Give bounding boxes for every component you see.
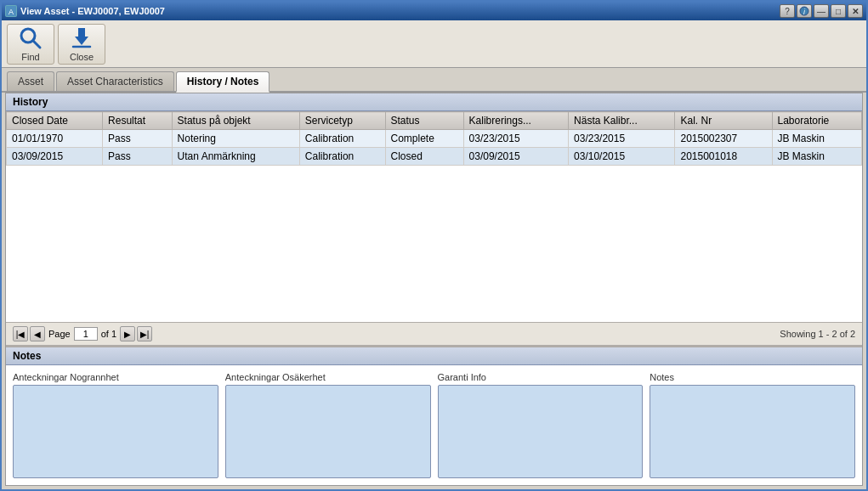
notes-label-noggr: Anteckningar Nogrannhet bbox=[13, 372, 218, 382]
svg-text:A: A bbox=[9, 8, 14, 16]
find-icon bbox=[19, 26, 43, 50]
history-area: History Closed Date Resultat Status på o… bbox=[6, 93, 862, 322]
cell-status-1: Complete bbox=[385, 130, 463, 148]
tab-asset[interactable]: Asset bbox=[7, 71, 54, 91]
close-label: Close bbox=[70, 52, 94, 62]
info-button[interactable]: i bbox=[797, 4, 812, 18]
app-icon: A bbox=[5, 5, 17, 17]
help-button[interactable]: ? bbox=[780, 4, 795, 18]
cell-servicetyp-1: Calibration bbox=[299, 130, 385, 148]
notes-label-notes: Notes bbox=[650, 372, 855, 382]
close-button[interactable]: ✕ bbox=[848, 4, 863, 18]
page-label: Page bbox=[48, 329, 71, 339]
pagination-controls: |◀ ◀ Page 1 of 1 ▶ ▶| bbox=[13, 326, 152, 341]
cell-status-2: Closed bbox=[385, 148, 463, 166]
maximize-button[interactable]: □ bbox=[831, 4, 846, 18]
title-bar-controls: ? i — □ ✕ bbox=[780, 4, 863, 18]
history-table-container: Closed Date Resultat Status på objekt Se… bbox=[6, 111, 862, 166]
cell-closed-date-1: 01/01/1970 bbox=[7, 130, 103, 148]
table-row[interactable]: 01/01/1970 Pass Notering Calibration Com… bbox=[7, 130, 862, 148]
cell-kal-nr-2: 2015001018 bbox=[675, 148, 772, 166]
svg-line-5 bbox=[33, 41, 40, 48]
table-header-row: Closed Date Resultat Status på objekt Se… bbox=[7, 112, 862, 130]
notes-field-garanti: Garanti Info bbox=[438, 372, 644, 478]
cell-laboratorie-1: JB Maskin bbox=[772, 130, 861, 148]
svg-marker-7 bbox=[75, 37, 88, 45]
col-laboratorie: Laboratorie bbox=[772, 112, 861, 130]
col-closed-date: Closed Date bbox=[7, 112, 103, 130]
notes-grid: Anteckningar Nogrannhet Anteckningar Osä… bbox=[6, 365, 862, 485]
close-toolbar-button[interactable]: Close bbox=[58, 24, 105, 65]
find-label: Find bbox=[21, 52, 39, 62]
cell-resultat-2: Pass bbox=[103, 148, 173, 166]
prev-page-button[interactable]: ◀ bbox=[30, 326, 45, 341]
cell-status-pa-objekt-1: Notering bbox=[172, 130, 299, 148]
tab-content: History Closed Date Resultat Status på o… bbox=[5, 93, 863, 486]
cell-closed-date-2: 03/09/2015 bbox=[7, 148, 103, 166]
col-kal-nr: Kal. Nr bbox=[675, 112, 772, 130]
title-bar: A View Asset - EWJ0007, EWJ0007 ? i — □ … bbox=[2, 2, 866, 20]
tab-characteristics[interactable]: Asset Characteristics bbox=[56, 71, 174, 91]
next-page-button[interactable]: ▶ bbox=[120, 326, 135, 341]
cell-status-pa-objekt-2: Utan Anmärkning bbox=[172, 148, 299, 166]
notes-textarea-garanti[interactable] bbox=[438, 385, 644, 478]
notes-label-garanti: Garanti Info bbox=[438, 372, 644, 382]
main-window: A View Asset - EWJ0007, EWJ0007 ? i — □ … bbox=[0, 0, 868, 491]
window-title: View Asset - EWJ0007, EWJ0007 bbox=[20, 6, 165, 16]
notes-textarea-notes[interactable] bbox=[650, 385, 855, 478]
notes-field-noggr: Anteckningar Nogrannhet bbox=[13, 372, 218, 478]
cell-resultat-1: Pass bbox=[103, 130, 173, 148]
notes-area: Notes Anteckningar Nogrannhet Anteckning… bbox=[6, 346, 862, 485]
history-table: Closed Date Resultat Status på objekt Se… bbox=[6, 111, 862, 166]
notes-textarea-noggr[interactable] bbox=[13, 385, 218, 478]
pagination-bar: |◀ ◀ Page 1 of 1 ▶ ▶| Showing 1 - 2 of 2 bbox=[6, 322, 862, 346]
tab-bar: Asset Asset Characteristics History / No… bbox=[2, 68, 866, 93]
notes-field-notes: Notes bbox=[650, 372, 855, 478]
notes-textarea-osaker[interactable] bbox=[225, 385, 431, 478]
col-status: Status bbox=[385, 112, 463, 130]
minimize-button[interactable]: — bbox=[814, 4, 829, 18]
tab-history-notes[interactable]: History / Notes bbox=[176, 71, 270, 93]
col-status-pa-objekt: Status på objekt bbox=[172, 112, 299, 130]
history-section-header: History bbox=[6, 93, 862, 111]
cell-nasta-kalibr-1: 03/23/2015 bbox=[569, 130, 675, 148]
title-bar-left: A View Asset - EWJ0007, EWJ0007 bbox=[5, 5, 165, 17]
cell-nasta-kalibr-2: 03/10/2015 bbox=[569, 148, 675, 166]
col-kalibrerings: Kalibrerings... bbox=[463, 112, 569, 130]
col-resultat: Resultat bbox=[103, 112, 173, 130]
showing-text: Showing 1 - 2 of 2 bbox=[780, 329, 855, 339]
of-label: of 1 bbox=[101, 329, 116, 339]
cell-laboratorie-2: JB Maskin bbox=[772, 148, 861, 166]
table-row[interactable]: 03/09/2015 Pass Utan Anmärkning Calibrat… bbox=[7, 148, 862, 166]
find-button[interactable]: Find bbox=[7, 24, 54, 65]
toolbar: Find Close bbox=[2, 20, 866, 68]
last-page-button[interactable]: ▶| bbox=[137, 326, 152, 341]
first-page-button[interactable]: |◀ bbox=[13, 326, 28, 341]
cell-kalibrerings-1: 03/23/2015 bbox=[463, 130, 569, 148]
notes-field-osaker: Anteckningar Osäkerhet bbox=[225, 372, 431, 478]
cell-servicetyp-2: Calibration bbox=[299, 148, 385, 166]
close-toolbar-icon bbox=[70, 26, 94, 50]
col-nasta-kalibr: Nästa Kalibr... bbox=[569, 112, 675, 130]
page-input[interactable]: 1 bbox=[74, 327, 98, 341]
notes-section-header: Notes bbox=[6, 347, 862, 365]
cell-kalibrerings-2: 03/09/2015 bbox=[463, 148, 569, 166]
notes-label-osaker: Anteckningar Osäkerhet bbox=[225, 372, 431, 382]
col-servicetyp: Servicetyp bbox=[299, 112, 385, 130]
cell-kal-nr-1: 2015002307 bbox=[675, 130, 772, 148]
